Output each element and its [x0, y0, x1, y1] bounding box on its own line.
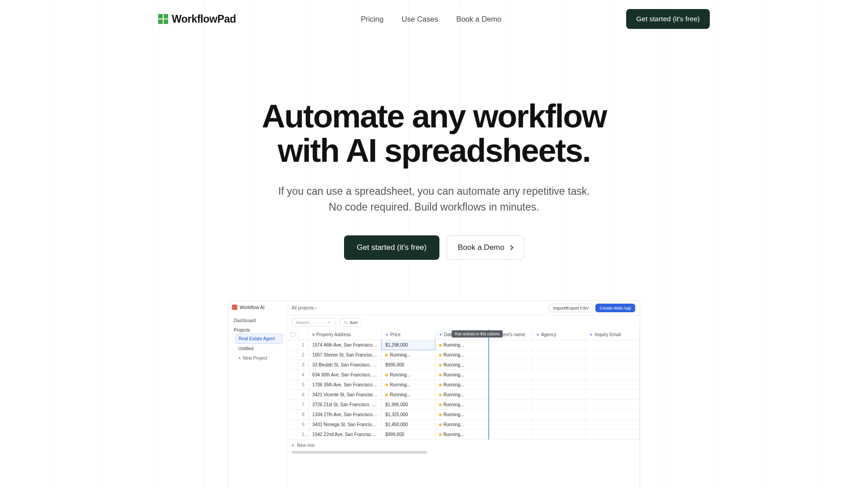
header-checkbox[interactable] [287, 329, 298, 340]
search-input[interactable]: Search... [292, 318, 336, 327]
col-property-address[interactable]: ≡ Property Address [308, 329, 381, 340]
table-row[interactable]: 8 1334 27th Ave, San Francisco, C... $1,… [287, 409, 640, 419]
cell-email[interactable] [586, 409, 640, 419]
cell-agency[interactable] [533, 409, 586, 419]
cell-date[interactable]: Running... [435, 429, 488, 439]
shot-breadcrumb[interactable]: All projects › [292, 305, 316, 310]
cell-email[interactable] [586, 399, 640, 409]
cell-agent[interactable] [489, 389, 533, 399]
table-row[interactable]: 4 634 30th Ave, San Francisco, C... Runn… [287, 370, 640, 380]
cell-agent[interactable] [489, 350, 533, 360]
cell-price[interactable]: $1,995,000 [382, 399, 435, 409]
row-checkbox[interactable] [287, 399, 298, 409]
brand-logo[interactable]: WorkflowPad [158, 13, 236, 25]
row-checkbox[interactable] [287, 380, 298, 389]
cell-address[interactable]: 33 Beulah St, San Francisco, CA... [308, 360, 381, 370]
cell-price[interactable]: $999,000 [382, 429, 435, 439]
row-checkbox[interactable] [287, 360, 298, 370]
col-price[interactable]: ✦Price [382, 329, 435, 340]
cell-price[interactable]: $995,000 [382, 360, 435, 370]
row-checkbox[interactable] [287, 409, 298, 419]
table-row[interactable]: 9 3431 Noriega St, San Francisco, ... $1… [287, 419, 640, 429]
cell-email[interactable] [586, 360, 640, 370]
col-inquiry-email[interactable]: ✦Inquiry Email [586, 329, 640, 340]
cell-agent[interactable] [489, 419, 533, 429]
cell-email[interactable] [586, 419, 640, 429]
row-checkbox[interactable] [287, 429, 298, 439]
table-row[interactable]: 5 1706 35th Ave, San Francisco, C... Run… [287, 380, 640, 389]
horizontal-scrollbar[interactable] [292, 451, 635, 454]
cell-address[interactable]: 3726 21st St, San Francisco, CA ... [308, 399, 381, 409]
col-agency[interactable]: ✦Agency [533, 329, 586, 340]
table-row[interactable]: 7 3726 21st St, San Francisco, CA ... $1… [287, 399, 640, 409]
table-row[interactable]: 2 1057 Steiner St, San Francisco, ... Ru… [287, 350, 640, 360]
sidebar-project-untitled[interactable]: Untitled [236, 344, 283, 353]
cell-agent[interactable] [489, 340, 533, 350]
cell-email[interactable] [586, 429, 640, 439]
cell-agent[interactable] [489, 399, 533, 409]
scrollbar-thumb[interactable] [292, 451, 427, 454]
row-checkbox[interactable] [287, 350, 298, 360]
cell-address[interactable]: 1542 22nd Ave, San Francisco, ... [308, 429, 381, 439]
row-checkbox[interactable] [287, 419, 298, 429]
cell-email[interactable] [586, 350, 640, 360]
sidebar-new-project[interactable]: +New Project [236, 353, 283, 363]
cell-price[interactable]: $1,450,000 [382, 419, 435, 429]
cell-price[interactable]: $1,298,000 [382, 340, 435, 350]
cell-price[interactable]: $1,325,000 [382, 409, 435, 419]
row-checkbox[interactable] [287, 389, 298, 399]
nav-cta-button[interactable]: Get started (it's free) [626, 9, 710, 29]
nav-link-pricing[interactable]: Pricing [361, 15, 383, 23]
cell-date[interactable]: Running... [435, 409, 488, 419]
cell-agent[interactable] [489, 380, 533, 389]
cell-agent[interactable] [489, 370, 533, 380]
nav-link-book-demo[interactable]: Book a Demo [456, 15, 501, 23]
cell-address[interactable]: 1334 27th Ave, San Francisco, C... [308, 409, 381, 419]
cell-agency[interactable] [533, 399, 586, 409]
cell-agency[interactable] [533, 370, 586, 380]
cell-email[interactable] [586, 370, 640, 380]
cell-date[interactable]: Running... [435, 380, 488, 389]
cell-email[interactable] [586, 340, 640, 350]
cell-address[interactable]: 1574 46th Ave, San Francisco, C... [308, 340, 381, 350]
cell-agency[interactable] [533, 419, 586, 429]
import-export-button[interactable]: Import/Export CSV [549, 304, 593, 312]
table-row[interactable]: 6 3421 Vicente St, San Francisco, ... Ru… [287, 389, 640, 399]
cell-agent[interactable] [489, 429, 533, 439]
cell-address[interactable]: 1706 35th Ave, San Francisco, C... [308, 380, 381, 389]
table-row[interactable]: 10 1542 22nd Ave, San Francisco, ... $99… [287, 429, 640, 439]
row-checkbox[interactable] [287, 370, 298, 380]
row-checkbox[interactable] [287, 340, 298, 350]
cell-address[interactable]: 1057 Steiner St, San Francisco, ... [308, 350, 381, 360]
cell-agency[interactable] [533, 360, 586, 370]
cell-email[interactable] [586, 389, 640, 399]
new-row-button[interactable]: +New row [287, 440, 640, 451]
cell-address[interactable]: 3421 Vicente St, San Francisco, ... [308, 389, 381, 399]
cell-price[interactable]: Running... [382, 370, 435, 380]
cell-date[interactable]: Running... [435, 370, 488, 380]
cell-email[interactable] [586, 380, 640, 389]
cell-date[interactable]: Running... [435, 340, 488, 350]
table-row[interactable]: 3 33 Beulah St, San Francisco, CA... $99… [287, 360, 640, 370]
cell-agency[interactable] [533, 429, 586, 439]
sort-button[interactable]: ↑↓ Sort [340, 318, 362, 327]
sidebar-item-dashboard[interactable]: Dashboard [232, 315, 283, 326]
cell-date[interactable]: Running... [435, 399, 488, 409]
table-row[interactable]: 1 1574 46th Ave, San Francisco, C... $1,… [287, 340, 640, 350]
hero-get-started-button[interactable]: Get started (it's free) [344, 235, 439, 260]
nav-link-use-cases[interactable]: Use Cases [401, 15, 438, 23]
cell-date[interactable]: Running... [435, 350, 488, 360]
cell-agency[interactable] [533, 350, 586, 360]
create-web-app-button[interactable]: Create Web App [595, 304, 635, 312]
cell-date[interactable]: Running... [435, 360, 488, 370]
cell-agent[interactable] [489, 360, 533, 370]
cell-agency[interactable] [533, 389, 586, 399]
cell-price[interactable]: Running... [382, 350, 435, 360]
cell-address[interactable]: 634 30th Ave, San Francisco, C... [308, 370, 381, 380]
cell-address[interactable]: 3431 Noriega St, San Francisco, ... [308, 419, 381, 429]
cell-agent[interactable] [489, 409, 533, 419]
cell-agency[interactable] [533, 380, 586, 389]
cell-date[interactable]: Running... [435, 389, 488, 399]
cell-price[interactable]: Running... [382, 389, 435, 399]
cell-agency[interactable] [533, 340, 586, 350]
